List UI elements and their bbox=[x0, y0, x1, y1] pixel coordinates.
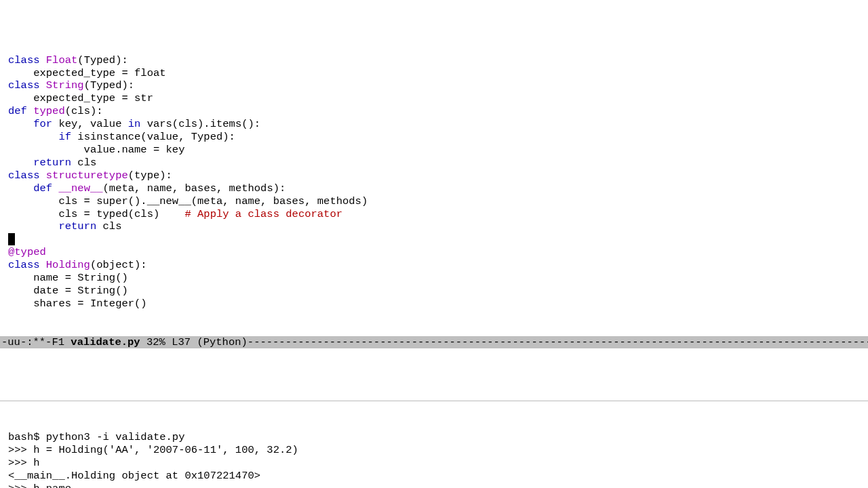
code-line: def typed(cls): bbox=[8, 105, 868, 118]
code-line: class Holding(object): bbox=[8, 259, 868, 272]
emacs-modeline: -uu-:**-F1 validate.py 32% L37 (Python)-… bbox=[0, 336, 868, 349]
code-line: date = String() bbox=[8, 285, 868, 298]
code-line: name = String() bbox=[8, 272, 868, 285]
modeline-percent: 32% bbox=[146, 336, 165, 348]
code-line: class String(Typed): bbox=[8, 79, 868, 92]
modeline-mode: (Python) bbox=[197, 336, 247, 348]
code-line: return cls bbox=[8, 157, 868, 169]
terminal-line: >>> h = Holding('AA', '2007-06-11', 100,… bbox=[8, 444, 868, 457]
modeline-fill: ----------------------------------------… bbox=[248, 336, 868, 348]
code-line: cls = typed(cls) # Apply a class decorat… bbox=[8, 208, 868, 221]
terminal-line: >>> h.name bbox=[8, 483, 868, 488]
terminal-line: >>> h bbox=[8, 457, 868, 470]
code-line bbox=[8, 233, 868, 246]
modeline-status: -uu-:**-F1 bbox=[1, 336, 64, 348]
code-line: expected_type = float bbox=[8, 67, 868, 80]
editor-cursor bbox=[8, 233, 15, 245]
code-line: class structuretype(type): bbox=[8, 169, 868, 182]
code-line: if isinstance(value, Typed): bbox=[8, 131, 868, 144]
code-line: @typed bbox=[8, 246, 868, 259]
window-gap bbox=[0, 374, 868, 401]
code-line: return cls bbox=[8, 220, 868, 233]
terminal[interactable]: bash$ python3 -i validate.py>>> h = Hold… bbox=[0, 427, 868, 488]
code-line: cls = super().__new__(meta, name, bases,… bbox=[8, 195, 868, 208]
code-line: class Float(Typed): bbox=[8, 54, 868, 67]
code-editor[interactable]: class Float(Typed): expected_type = floa… bbox=[0, 52, 868, 310]
modeline-linenum: L37 bbox=[172, 336, 191, 348]
code-line: for key, value in vars(cls).items(): bbox=[8, 118, 868, 131]
code-line: expected_type = str bbox=[8, 92, 868, 105]
terminal-line: <__main__.Holding object at 0x107221470> bbox=[8, 470, 868, 483]
terminal-line: bash$ python3 -i validate.py bbox=[8, 431, 868, 444]
code-line: shares = Integer() bbox=[8, 298, 868, 310]
code-line: value.name = key bbox=[8, 144, 868, 157]
modeline-filename: validate.py bbox=[71, 336, 140, 348]
code-line: def __new__(meta, name, bases, methods): bbox=[8, 182, 868, 195]
